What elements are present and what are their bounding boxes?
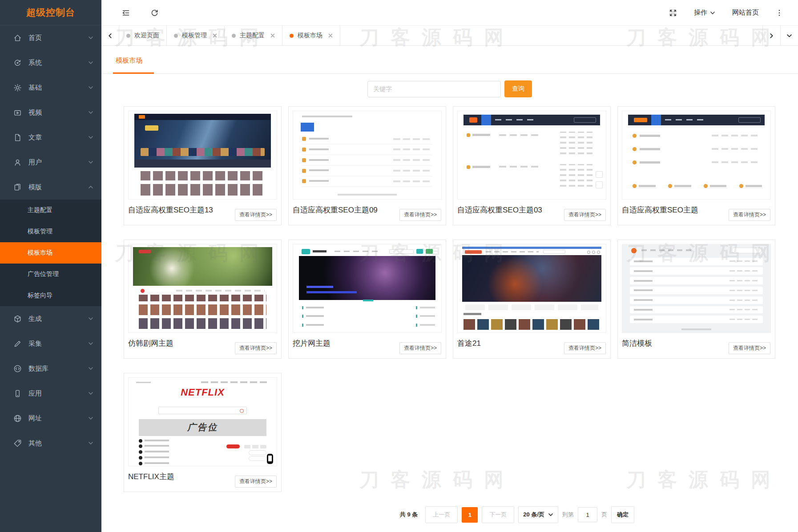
refresh-icon[interactable]	[150, 8, 159, 17]
current-page[interactable]: 1	[462, 507, 478, 523]
submenu-template-market[interactable]: 模板市场	[0, 242, 101, 264]
chevron-down-icon	[88, 110, 93, 115]
tabs-scroll-right[interactable]	[762, 26, 780, 45]
inner-tab-template-market[interactable]: 模板市场	[113, 56, 154, 74]
sidebar-item-basic[interactable]: 基础	[0, 75, 101, 100]
sidebar-item-collect[interactable]: 采集	[0, 331, 101, 356]
goto-suffix: 页	[601, 511, 607, 519]
mobile-icon	[13, 389, 22, 398]
view-detail-button[interactable]: 查看详情页>>	[729, 342, 770, 354]
sidebar-item-home[interactable]: 首页	[0, 25, 101, 50]
sidebar-item-other[interactable]: 其他	[0, 431, 101, 456]
template-grid: 自适应高权重SEO主题13 查看详情页>> 自适应高权重SEO主题09 查看详情…	[101, 97, 798, 492]
tabs-scroll-left[interactable]	[101, 26, 119, 45]
tab-template-market[interactable]: 模板市场	[282, 26, 340, 45]
chevron-down-icon	[88, 416, 93, 421]
chevron-down-icon	[88, 440, 93, 446]
chevron-down-icon	[548, 512, 553, 517]
submenu-tag-wizard[interactable]: 标签向导	[0, 285, 101, 306]
chevron-down-icon	[88, 35, 93, 40]
top-header: 操作 网站首页	[101, 0, 798, 25]
next-page-button[interactable]: 下一页	[482, 506, 514, 523]
submenu-ad-manage[interactable]: 广告位管理	[0, 264, 101, 285]
tab-spacer	[340, 26, 762, 45]
template-card: 自适应高权重SEO主题09 查看详情页>>	[288, 106, 446, 225]
template-card: 挖片网主题 查看详情页>>	[288, 240, 446, 359]
close-icon[interactable]	[270, 33, 275, 38]
article-icon	[13, 133, 22, 142]
globe-icon	[13, 414, 22, 423]
template-card: 仿韩剧网主题 查看详情页>>	[124, 240, 282, 359]
sidebar-item-url[interactable]: 网址	[0, 406, 101, 431]
view-detail-button[interactable]: 查看详情页>>	[399, 342, 441, 354]
main-content: 模板市场 查询 自适应高权重SEO主题13 查看详情页>>	[101, 46, 798, 532]
tag-icon	[13, 439, 22, 448]
view-detail-button[interactable]: 查看详情页>>	[235, 476, 277, 488]
action-dropdown[interactable]: 操作	[694, 8, 715, 17]
submenu-template-manage[interactable]: 模板管理	[0, 221, 101, 242]
view-detail-button[interactable]: 查看详情页>>	[399, 209, 441, 221]
sidebar-item-system[interactable]: 系统	[0, 50, 101, 75]
chevron-down-icon	[88, 60, 93, 65]
search-input[interactable]	[367, 81, 501, 97]
query-button[interactable]: 查询	[504, 80, 532, 97]
sidebar-item-database[interactable]: 数据库	[0, 356, 101, 381]
fullscreen-icon[interactable]	[669, 9, 677, 17]
close-icon[interactable]	[213, 33, 217, 38]
tab-dot	[232, 34, 236, 38]
view-detail-button[interactable]: 查看详情页>>	[564, 209, 606, 221]
gear-icon	[13, 84, 22, 92]
kebab-menu-icon[interactable]	[776, 9, 783, 17]
video-icon	[13, 108, 22, 117]
sidebar: 超级控制台 首页 系统 基础 视频 文章 用户 模版 主题配置 模板管理 模板市…	[0, 0, 101, 532]
template-preview	[457, 111, 606, 200]
tab-welcome[interactable]: 欢迎页面	[119, 26, 167, 45]
goto-page-input[interactable]	[578, 507, 597, 522]
chevron-down-icon	[88, 341, 93, 346]
chevron-down-icon	[88, 391, 93, 396]
card-row: 仿韩剧网主题 查看详情页>> 挖片网主题 查看详情页>>	[124, 240, 798, 359]
tab-dot	[290, 34, 294, 38]
sidebar-item-app[interactable]: 应用	[0, 381, 101, 406]
tab-template-manage[interactable]: 模板管理	[167, 26, 225, 45]
close-icon[interactable]	[328, 33, 333, 38]
template-preview	[622, 111, 771, 200]
sidebar-item-user[interactable]: 用户	[0, 150, 101, 175]
sidebar-item-generate[interactable]: 生成	[0, 306, 101, 331]
chevron-down-icon	[88, 160, 93, 165]
card-row: NETFLIX 广告位 NETFLIX主题 查看详情页>>	[124, 373, 798, 492]
site-home-link[interactable]: 网站首页	[732, 8, 759, 17]
view-detail-button[interactable]: 查看详情页>>	[235, 342, 277, 354]
inner-tab-bar: 模板市场	[101, 46, 798, 74]
template-card: 自适应高权重SEO主题13 查看详情页>>	[124, 106, 282, 225]
view-detail-button[interactable]: 查看详情页>>	[235, 209, 277, 221]
sidebar-item-template[interactable]: 模版	[0, 175, 101, 200]
pen-icon	[13, 340, 22, 348]
page-size-select[interactable]: 20 条/页	[518, 506, 558, 523]
template-submenu: 主题配置 模板管理 模板市场 广告位管理 标签向导	[0, 200, 101, 306]
template-card: 简洁模板 查看详情页>>	[617, 240, 775, 359]
search-row: 查询	[101, 80, 798, 97]
submenu-theme-config[interactable]: 主题配置	[0, 200, 101, 221]
template-preview	[293, 111, 442, 200]
tab-bar: 欢迎页面 模板管理 主题配置 模板市场	[101, 25, 798, 46]
prev-page-button[interactable]: 上一页	[425, 506, 458, 523]
template-preview	[128, 244, 277, 333]
ad-banner: 广告位	[139, 419, 266, 436]
template-preview	[622, 244, 771, 333]
database-icon	[13, 364, 22, 373]
view-detail-button[interactable]: 查看详情页>>	[729, 209, 770, 221]
user-icon	[13, 158, 22, 167]
chevron-down-icon	[88, 85, 93, 90]
sidebar-item-article[interactable]: 文章	[0, 125, 101, 150]
template-card: 自适应高权重SEO主题 查看详情页>>	[617, 106, 775, 225]
sidebar-item-video[interactable]: 视频	[0, 100, 101, 125]
goto-prefix: 到第	[562, 511, 574, 519]
pagination: 共 9 条 上一页 1 下一页 20 条/页 到第 页 确定	[101, 506, 634, 523]
confirm-button[interactable]: 确定	[611, 506, 634, 523]
tab-theme-config[interactable]: 主题配置	[225, 26, 282, 45]
tabs-menu-dropdown[interactable]	[780, 26, 798, 45]
collapse-sidebar-icon[interactable]	[121, 8, 130, 17]
view-detail-button[interactable]: 查看详情页>>	[564, 342, 606, 354]
template-preview	[293, 244, 442, 333]
